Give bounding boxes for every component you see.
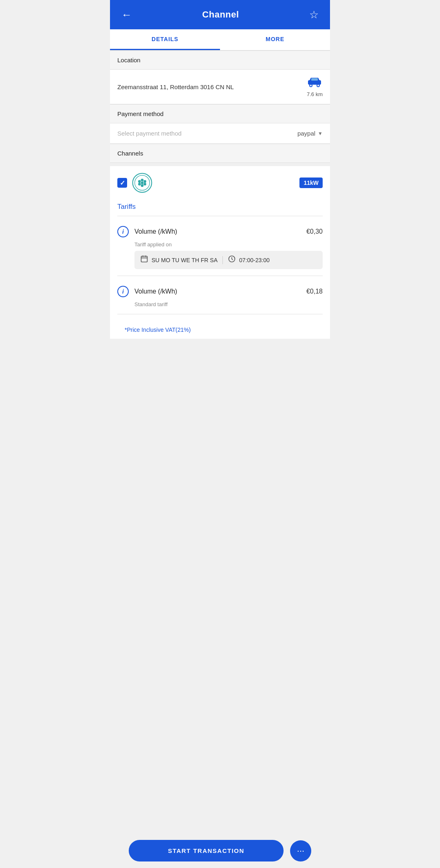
tariffs-label: Tariffs — [117, 199, 323, 216]
schedule-days-text-0: SU MO TU WE TH FR SA — [152, 257, 218, 263]
payment-value: paypal ▼ — [297, 130, 323, 137]
schedule-time-text-0: 07:00-23:00 — [239, 257, 270, 263]
vat-notice: *Price Inclusive VAT(21%) — [117, 321, 323, 339]
tariff-price-1: €0,18 — [306, 288, 323, 295]
payment-section-header: Payment method — [110, 104, 330, 123]
svg-point-3 — [310, 85, 312, 86]
svg-rect-0 — [308, 80, 321, 85]
standard-tariff-label: Standard tariff — [134, 301, 323, 307]
tariff-divider-bottom — [117, 314, 323, 314]
tariff-main-0: i Volume (/kWh) €0,30 — [117, 226, 323, 237]
svg-point-9 — [138, 180, 141, 183]
payment-placeholder: Select payment method — [117, 130, 182, 137]
payment-row[interactable]: Select payment method paypal ▼ — [110, 123, 330, 144]
svg-rect-5 — [311, 78, 318, 81]
schedule-time-0: 07:00-23:00 — [228, 255, 270, 265]
tariff-price-0: €0,30 — [306, 228, 323, 235]
svg-point-13 — [141, 184, 144, 187]
tariff-row-0: i Volume (/kWh) €0,30 Tariff applied on — [117, 223, 323, 276]
dropdown-arrow-icon: ▼ — [318, 131, 323, 136]
svg-point-8 — [141, 179, 144, 182]
channel-checkbox[interactable]: ✓ — [117, 178, 127, 188]
location-section-header: Location — [110, 50, 330, 70]
clock-icon — [228, 255, 236, 265]
tariff-divider-top — [117, 216, 323, 216]
tariff-schedule-0: SU MO TU WE TH FR SA 07:00-23:00 — [134, 251, 323, 269]
tab-details[interactable]: DETAILS — [110, 29, 220, 50]
payment-selected: paypal — [297, 130, 315, 137]
svg-point-11 — [138, 183, 141, 186]
channel-card: ✓ 11kW Tariffs — [110, 166, 330, 339]
channel-logo-icon — [132, 173, 152, 193]
tariff-applied-label-0: Tariff applied on — [134, 241, 323, 248]
location-row: Zeemansstraat 11, Rotterdam 3016 CN NL 7… — [110, 70, 330, 104]
svg-point-12 — [143, 183, 146, 186]
tab-more[interactable]: MORE — [220, 29, 330, 50]
page-title: Channel — [202, 9, 239, 20]
back-button[interactable]: ← — [118, 5, 135, 24]
tariff-row-1: i Volume (/kWh) €0,18 Standard tariff — [117, 283, 323, 314]
channels-section-header: Channels — [110, 144, 330, 163]
car-icon — [307, 76, 322, 90]
location-address: Zeemansstraat 11, Rotterdam 3016 CN NL — [117, 83, 300, 90]
distance-text: 7.6 km — [307, 91, 323, 97]
schedule-days-0: SU MO TU WE TH FR SA — [140, 255, 218, 265]
checkmark-icon: ✓ — [120, 179, 125, 187]
tariff-name-1: Volume (/kWh) — [134, 288, 301, 295]
tabs-bar: DETAILS MORE — [110, 29, 330, 50]
svg-rect-15 — [141, 256, 147, 262]
header: ← Channel ☆ — [110, 0, 330, 29]
schedule-divider — [222, 256, 223, 264]
svg-point-10 — [143, 180, 146, 183]
info-icon-1[interactable]: i — [117, 286, 129, 297]
tariff-divider-mid — [117, 276, 323, 276]
channel-card-header: ✓ 11kW — [117, 173, 323, 193]
info-icon-0[interactable]: i — [117, 226, 129, 237]
favorite-button[interactable]: ☆ — [306, 5, 322, 24]
location-distance-block: 7.6 km — [307, 76, 323, 97]
tariff-main-1: i Volume (/kWh) €0,18 — [117, 286, 323, 297]
power-badge: 11kW — [299, 178, 323, 188]
tariff-name-0: Volume (/kWh) — [134, 228, 301, 235]
content-area: Location Zeemansstraat 11, Rotterdam 301… — [110, 50, 330, 379]
svg-point-4 — [317, 85, 319, 86]
calendar-icon — [140, 255, 148, 265]
channel-card-left: ✓ — [117, 173, 152, 193]
svg-point-14 — [141, 182, 144, 184]
